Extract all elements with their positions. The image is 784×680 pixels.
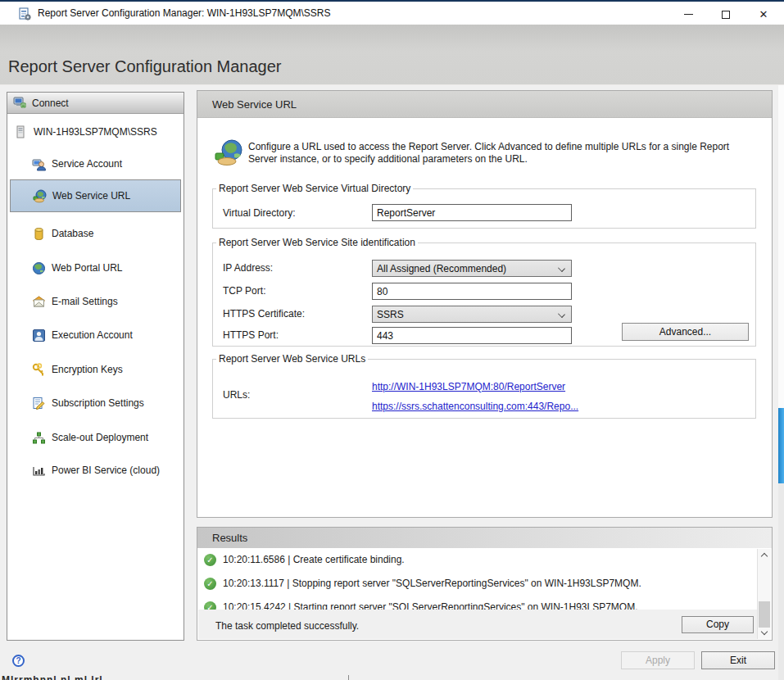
maximize-button[interactable] bbox=[707, 3, 745, 25]
sidebar-item-encryption-keys[interactable]: Encryption Keys bbox=[32, 360, 123, 379]
connect-header[interactable]: Connect bbox=[7, 93, 184, 114]
ip-address-value: All Assigned (Recommended) bbox=[377, 263, 506, 274]
sidebar-item-email-settings[interactable]: E-mail Settings bbox=[32, 292, 118, 311]
minimize-button[interactable] bbox=[669, 3, 707, 25]
sidebar-item-label: Web Portal URL bbox=[52, 262, 122, 274]
status-text: The task completed successfully. bbox=[215, 620, 359, 632]
execution-account-icon bbox=[32, 329, 46, 342]
log-entry: ✓ 10:20:13.1117 | Stopping report server… bbox=[204, 577, 641, 590]
sidebar-item-label: Power BI Service (cloud) bbox=[52, 465, 160, 476]
report-server-https-url-link[interactable]: https://ssrs.schattenconsulting.com:443/… bbox=[372, 401, 578, 412]
chevron-down-icon bbox=[558, 311, 565, 318]
exit-button[interactable]: Exit bbox=[701, 651, 775, 669]
web-service-url-large-icon bbox=[214, 138, 243, 166]
results-panel: Results ✓ 10:20:11.6586 | Create certifi… bbox=[197, 527, 773, 641]
power-bi-icon bbox=[32, 464, 46, 478]
log-entry-text: 10:20:11.6586 | Create certificate bindi… bbox=[223, 554, 405, 565]
encryption-keys-icon bbox=[32, 363, 46, 377]
virtual-directory-label: Virtual Directory: bbox=[223, 207, 295, 219]
background-window-artifact: Mlrrmhnnl nl ml lrl bbox=[2, 674, 354, 680]
sidebar-item-label: Encryption Keys bbox=[52, 364, 123, 375]
minimize-icon bbox=[684, 14, 693, 15]
virtual-directory-input[interactable] bbox=[372, 204, 572, 221]
tcp-port-label: TCP Port: bbox=[223, 285, 265, 297]
https-certificate-label: HTTPS Certificate: bbox=[223, 308, 305, 320]
panel-header: Web Service URL bbox=[197, 91, 772, 118]
sidebar-item-label: E-mail Settings bbox=[52, 296, 118, 307]
background-window-divider bbox=[348, 675, 349, 680]
web-service-url-icon bbox=[33, 189, 47, 203]
server-label: WIN-1H93LSP7MQM\SSRS bbox=[34, 126, 157, 138]
sidebar-item-execution-account[interactable]: Execution Account bbox=[32, 326, 133, 344]
sidebar-item-label: Execution Account bbox=[52, 329, 133, 341]
sidebar-item-scale-out-deployment[interactable]: Scale-out Deployment bbox=[32, 428, 148, 447]
scale-out-icon bbox=[32, 431, 46, 445]
https-certificate-dropdown[interactable]: SSRS bbox=[372, 306, 572, 323]
sidebar-item-label: Database bbox=[52, 228, 93, 239]
tcp-port-input[interactable] bbox=[372, 283, 572, 300]
success-check-icon: ✓ bbox=[204, 554, 216, 566]
close-icon: ✕ bbox=[759, 8, 768, 20]
service-account-icon bbox=[32, 157, 46, 171]
web-portal-url-icon bbox=[32, 261, 46, 275]
chevron-down-icon bbox=[558, 265, 565, 272]
https-certificate-value: SSRS bbox=[377, 309, 404, 320]
close-button[interactable]: ✕ bbox=[745, 3, 782, 25]
results-header: Results bbox=[197, 528, 772, 548]
site-identification-group: Report Server Web Service Site identific… bbox=[212, 237, 756, 347]
app-banner: Report Server Configuration Manager bbox=[0, 25, 784, 85]
sidebar-item-label: Web Service URL bbox=[52, 190, 130, 202]
sidebar-item-database[interactable]: Database bbox=[32, 224, 93, 243]
urls-label: URLs: bbox=[223, 389, 250, 401]
results-title: Results bbox=[212, 532, 247, 544]
maximize-icon bbox=[722, 11, 730, 19]
server-icon bbox=[14, 125, 28, 139]
scrollbar-thumb[interactable] bbox=[759, 601, 770, 628]
results-scrollbar[interactable] bbox=[757, 549, 771, 639]
page-title: Report Server Configuration Manager bbox=[8, 57, 282, 76]
log-entry: ✓ 10:20:11.6586 | Create certificate bin… bbox=[204, 553, 405, 566]
sidebar-item-label: Service Account bbox=[52, 158, 122, 170]
sidebar-item-service-account[interactable]: Service Account bbox=[32, 155, 122, 173]
web-service-urls-group: Report Server Web Service URLs URLs: htt… bbox=[212, 353, 756, 419]
https-port-label: HTTPS Port: bbox=[223, 329, 279, 341]
advanced-button[interactable]: Advanced... bbox=[622, 323, 749, 341]
report-server-configuration-manager-window: Report Server Configuration Manager: WIN… bbox=[0, 0, 784, 680]
report-server-http-url-link[interactable]: http://WIN-1H93LSP7MQM:80/ReportServer bbox=[372, 381, 565, 392]
ip-address-dropdown[interactable]: All Assigned (Recommended) bbox=[372, 260, 572, 277]
email-settings-icon bbox=[32, 295, 46, 309]
scroll-down-icon[interactable] bbox=[758, 627, 771, 639]
panel-title: Web Service URL bbox=[212, 98, 297, 111]
sidebar-item-web-service-url[interactable]: Web Service URL bbox=[10, 179, 181, 212]
virtual-directory-legend: Report Server Web Service Virtual Direct… bbox=[216, 183, 413, 194]
sidebar-item-power-bi-service[interactable]: Power BI Service (cloud) bbox=[32, 461, 160, 479]
subscription-settings-icon bbox=[32, 397, 46, 410]
sidebar-item-web-portal-url[interactable]: Web Portal URL bbox=[32, 259, 122, 277]
database-icon bbox=[32, 227, 46, 241]
sidebar-item-server[interactable]: WIN-1H93LSP7MQM\SSRS bbox=[14, 123, 157, 141]
background-window-sliver bbox=[778, 85, 784, 680]
copy-button[interactable]: Copy bbox=[682, 616, 754, 633]
window-controls: ✕ bbox=[669, 3, 782, 25]
web-service-url-panel: Web Service URL Configure a URL used to … bbox=[197, 90, 773, 518]
connect-label: Connect bbox=[32, 97, 69, 109]
results-footer: The task completed successfully. Copy bbox=[198, 610, 757, 639]
web-service-urls-legend: Report Server Web Service URLs bbox=[216, 353, 368, 365]
success-check-icon: ✓ bbox=[204, 578, 216, 590]
sidebar: Connect WIN-1H93LSP7MQM\SSRS Service Acc… bbox=[7, 92, 184, 641]
connect-icon bbox=[13, 96, 27, 110]
apply-button: Apply bbox=[621, 651, 695, 669]
sidebar-item-label: Subscription Settings bbox=[52, 397, 144, 409]
virtual-directory-group: Report Server Web Service Virtual Direct… bbox=[212, 183, 756, 229]
app-icon bbox=[18, 7, 31, 20]
window-title: Report Server Configuration Manager: WIN… bbox=[38, 2, 330, 25]
log-entry-text: 10:20:13.1117 | Stopping report server "… bbox=[223, 578, 641, 589]
site-identification-legend: Report Server Web Service Site identific… bbox=[216, 237, 418, 248]
https-port-input[interactable] bbox=[372, 327, 572, 344]
ip-address-label: IP Address: bbox=[223, 262, 273, 274]
help-icon[interactable]: ? bbox=[12, 655, 25, 667]
scroll-up-icon[interactable] bbox=[758, 549, 771, 561]
sidebar-item-subscription-settings[interactable]: Subscription Settings bbox=[32, 394, 144, 412]
title-bar: Report Server Configuration Manager: WIN… bbox=[0, 0, 784, 25]
panel-description: Configure a URL used to access the Repor… bbox=[248, 141, 755, 165]
